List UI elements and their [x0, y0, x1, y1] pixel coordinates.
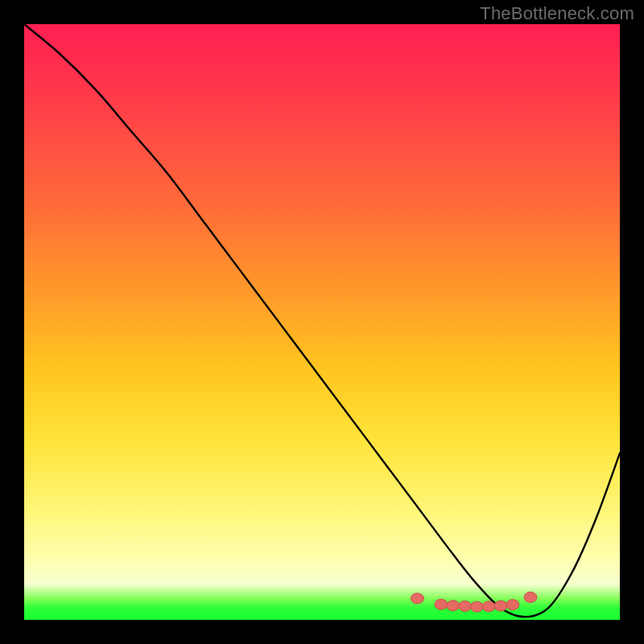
watermark-text: TheBottleneck.com	[480, 3, 634, 24]
minimum-marker	[459, 601, 472, 611]
minimum-marker	[470, 601, 483, 612]
minimum-markers-group	[411, 592, 537, 612]
minimum-marker	[447, 601, 460, 611]
minimum-marker	[506, 600, 519, 610]
minimum-marker	[524, 592, 537, 602]
bottleneck-curve-path	[24, 24, 620, 617]
chart-svg	[24, 24, 620, 620]
minimum-marker	[494, 601, 507, 611]
plot-area	[24, 24, 620, 620]
minimum-marker	[435, 599, 448, 609]
minimum-marker	[482, 601, 495, 612]
minimum-marker	[411, 593, 423, 604]
chart-frame: TheBottleneck.com	[0, 0, 644, 644]
